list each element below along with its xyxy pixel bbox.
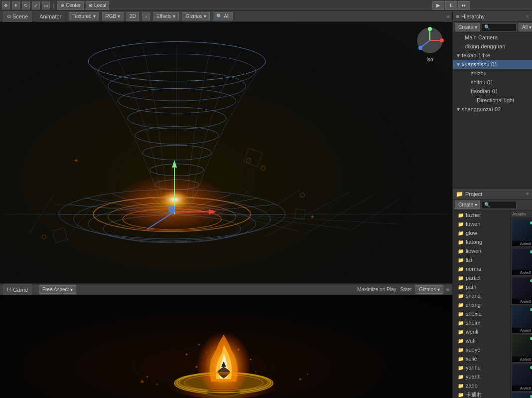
game-toolbar: ⊡ Game Free Aspect ▾ Maximize on Play St…: [0, 284, 452, 295]
hierarchy-list-item[interactable]: baodian-01: [453, 87, 532, 96]
project-folder-item[interactable]: 📁glow: [453, 228, 510, 237]
folder-icon: 📁: [458, 284, 464, 290]
hierarchy-list-item[interactable]: shitou-01: [453, 78, 532, 87]
play-button[interactable]: ▶: [432, 1, 444, 10]
play-controls: ▶ ⏸ ⏭: [432, 1, 470, 10]
asset-thumb-list: Anim0Anim0Anim0Anim0Anim0Anim0Anim0: [511, 218, 532, 398]
local-toggle[interactable]: ⊗ Local: [86, 1, 109, 10]
project-folder-item[interactable]: 📁shang: [453, 300, 510, 309]
project-folder-item[interactable]: 📁lizi: [453, 255, 510, 264]
maximize-on-play-btn[interactable]: Maximize on Play: [357, 287, 396, 292]
chevron-down-icon7: ▾: [475, 24, 477, 30]
tab-animator[interactable]: Animator: [35, 11, 66, 22]
asset-thumbnail[interactable]: Anim0: [512, 277, 532, 305]
folder-label: particl: [466, 275, 480, 281]
hierarchy-all-btn[interactable]: All ▾: [519, 23, 532, 31]
project-folder-item[interactable]: 📁shand: [453, 291, 510, 300]
folder-icon: 📁: [458, 275, 464, 281]
project-folder-item[interactable]: 📁wuti: [453, 336, 510, 345]
asset-thumbnail[interactable]: Anim0: [512, 219, 532, 247]
hierarchy-list-item[interactable]: Directional light: [453, 96, 532, 105]
project-folder-item[interactable]: 📁norma: [453, 264, 510, 273]
hierarchy-list-item[interactable]: zhizhu: [453, 69, 532, 78]
tab-game[interactable]: ⊡ Game: [3, 284, 32, 295]
hierarchy-list-item[interactable]: Main Camera: [453, 33, 532, 42]
center-icon: ⊕: [60, 2, 64, 8]
color-dropdown[interactable]: RGB ▾: [102, 12, 124, 20]
folder-label: fuwen: [466, 221, 480, 227]
project-folder-item[interactable]: 📁xueye: [453, 345, 510, 354]
hierarchy-item-label: dixing-dengguan: [465, 43, 505, 49]
game-collapse-btn[interactable]: ≡: [446, 287, 449, 292]
project-toolbar: Create ▾: [453, 199, 532, 210]
project-folder-item[interactable]: 📁particl: [453, 273, 510, 282]
chevron-down-icon: ▾: [93, 13, 96, 19]
project-folder-item[interactable]: 📁卡通村: [453, 390, 510, 398]
asset-thumbnail[interactable]: Anim0: [512, 248, 532, 276]
cursor-tool[interactable]: ✥: [2, 1, 10, 9]
hierarchy-list-item[interactable]: ▶texiao-14ke: [453, 51, 532, 60]
project-folder-item[interactable]: 📁liewen: [453, 246, 510, 255]
project-folder-item[interactable]: 📁yanhu: [453, 363, 510, 372]
project-folder-item[interactable]: 📁fuwen: [453, 219, 510, 228]
stats-btn[interactable]: Stats: [400, 287, 411, 292]
project-folder-item[interactable]: 📁yuanh: [453, 372, 510, 381]
asset-thumbnail[interactable]: Anim0: [512, 306, 532, 334]
scene-gizmo[interactable]: Y X Z Iso: [415, 27, 445, 67]
scale-tool[interactable]: ⤢: [32, 1, 40, 9]
hierarchy-search[interactable]: [482, 23, 517, 31]
folder-icon: 📁: [458, 311, 464, 317]
shading-dropdown[interactable]: Textured ▾: [69, 12, 99, 20]
hierarchy-item-label: Directional light: [477, 97, 514, 103]
project-folder-item[interactable]: 📁xulie: [453, 354, 510, 363]
audio-icon[interactable]: ♪: [142, 12, 150, 20]
effects-dropdown[interactable]: Effects ▾: [153, 12, 179, 20]
project-folder-item[interactable]: 📁wenli: [453, 327, 510, 336]
project-panel: 📁 Project ≡ Create ▾ 📁fazher📁fuwen📁glow📁…: [453, 189, 532, 398]
all-dropdown[interactable]: 🔍 All: [213, 12, 233, 20]
tab-scene[interactable]: ⊙ Scene: [3, 11, 32, 22]
project-title: Project: [465, 191, 482, 197]
hierarchy-list-item[interactable]: ▶shengguozai-02: [453, 105, 532, 114]
folder-label: wuti: [466, 338, 476, 344]
assets-label: Assets: [511, 210, 532, 218]
scene-canvas[interactable]: ⬡ ⬡ ⬡ ⬡ ✦ ✦: [0, 22, 452, 283]
2d-toggle[interactable]: 2D: [127, 12, 139, 21]
project-collapse-btn[interactable]: ≡: [526, 191, 529, 197]
hierarchy-collapse-btn[interactable]: ≡: [526, 13, 529, 19]
gizmos-dropdown[interactable]: Gizmos ▾: [182, 12, 210, 20]
project-folder-item[interactable]: 📁zabo: [453, 381, 510, 390]
project-folder-item[interactable]: 📁path: [453, 282, 510, 291]
center-toggle[interactable]: ⊕ Center: [57, 1, 84, 10]
rect-tool[interactable]: ▭: [42, 1, 50, 9]
project-folder-item[interactable]: 📁shuim: [453, 318, 510, 327]
step-button[interactable]: ⏭: [458, 1, 470, 10]
pause-button[interactable]: ⏸: [445, 1, 457, 10]
game-canvas[interactable]: [0, 295, 452, 398]
scene-background: [0, 22, 452, 283]
folder-icon: 📁: [458, 212, 464, 218]
folder-label: norma: [466, 266, 481, 272]
hierarchy-list-item[interactable]: ▶xuanshishu-01: [453, 60, 532, 69]
project-search[interactable]: [482, 201, 517, 209]
aspect-dropdown[interactable]: Free Aspect ▾: [39, 285, 76, 294]
hierarchy-header: ≡ Hierarchy ≡: [453, 11, 532, 22]
hierarchy-create-btn[interactable]: Create ▾: [455, 23, 480, 31]
project-folder-item[interactable]: 📁shexia: [453, 309, 510, 318]
move-tool[interactable]: ✦: [12, 1, 20, 9]
project-folder-item[interactable]: 📁fazher: [453, 210, 510, 219]
project-create-btn[interactable]: Create ▾: [455, 200, 480, 209]
chevron-down-icon6: ▾: [437, 287, 440, 292]
scene-collapse-btn[interactable]: ≡: [444, 11, 452, 22]
asset-thumbnail[interactable]: Anim0: [512, 393, 532, 398]
asset-thumbnail[interactable]: Anim0: [512, 364, 532, 392]
folder-icon: 📁: [458, 365, 464, 371]
game-gizmos-dropdown[interactable]: Gizmos ▾: [415, 285, 443, 294]
project-folder-item[interactable]: 📁katong: [453, 237, 510, 246]
hierarchy-list-item[interactable]: dixing-dengguan: [453, 42, 532, 51]
folder-label: 卡通村: [466, 391, 482, 398]
hierarchy-item-label: texiao-14ke: [462, 52, 490, 58]
rotate-tool[interactable]: ↻: [22, 1, 30, 9]
asset-thumbnail[interactable]: Anim0: [512, 335, 532, 363]
folder-label: shuim: [466, 320, 480, 326]
